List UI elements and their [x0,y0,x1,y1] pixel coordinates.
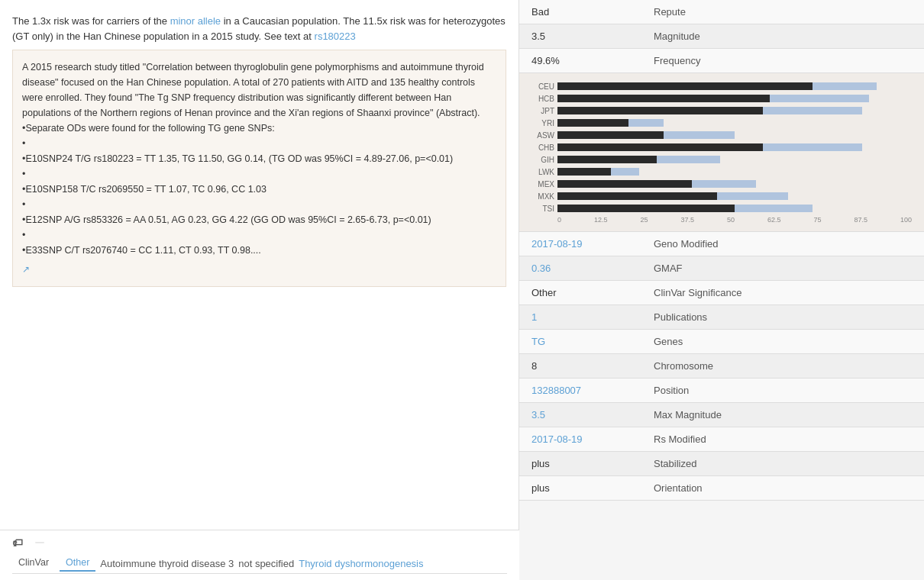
chart-axis: 012.52537.55062.57587.5100 [531,216,912,224]
bottom-section: 🏷 ClinVar Other Autoimmune thyroid disea… [0,530,519,580]
bar-fill-black [557,205,735,212]
info-label: Other [519,281,641,305]
bar-track [557,82,912,90]
table-row: 8Chromosome [519,354,924,379]
bar-track [557,168,912,176]
tab-clinvar[interactable]: ClinVar [12,555,55,572]
pop-label: ASW [531,131,554,140]
pop-label: CHB [531,143,554,152]
axis-label: 12.5 [594,216,608,224]
chart-section: CEU HCB JPT YRI [519,73,924,232]
pop-label: CEU [531,82,554,91]
table-row: plusStabilized [519,452,924,476]
bar-track [557,119,912,127]
more-info-link[interactable]: ↗ [22,263,33,277]
info-value: Genes [641,330,924,354]
info-label: plus [519,452,641,476]
bar-track [557,156,912,163]
bar-row: ASW [531,130,912,140]
main-container: The 1.3x risk was for carriers of the mi… [0,0,924,580]
bar-track [557,192,912,200]
info-label[interactable]: TG [519,330,641,354]
table-row: 3.5Max Magnitude [519,403,924,427]
axis-label: 87.5 [854,216,867,224]
info-label[interactable]: 132888007 [519,379,641,403]
bar-track [557,131,912,139]
info-label[interactable]: 1 [519,305,641,330]
bar-fill-blue [735,205,813,212]
tag-icon: 🏷 [12,536,23,549]
info-value: Orientation [641,476,924,501]
summary-text: A 2015 research study titled "Correlatio… [22,62,484,256]
left-panel: The 1.3x risk was for carriers of the mi… [0,0,519,580]
axis-label: 62.5 [767,216,781,224]
info-label: 49.6% [519,49,641,73]
info-value: Chromosome [641,354,924,379]
tab-content-not-specified: not specified [238,558,294,569]
risk-heading: The 1.3x risk was for carriers of the mi… [12,14,506,44]
bar-track [557,107,912,114]
bar-fill-blue [611,168,639,176]
info-value: Position [641,379,924,403]
info-value: Max Magnitude [641,403,924,427]
info-value: Frequency [641,49,924,73]
bar-fill-blue [628,119,664,127]
info-label[interactable]: 2017-08-19 [519,427,641,452]
bar-fill-black [557,180,692,188]
bar-row: HCB [531,93,912,104]
external-link-icon: ↗ [22,263,30,277]
table-row: TGGenes [519,330,924,354]
info-label[interactable]: 3.5 [519,403,641,427]
pop-label: TSI [531,205,554,213]
bar-row: MEX [531,179,912,189]
bar-fill-black [557,95,770,102]
axis-label: 25 [640,216,648,224]
table-row: 0.36GMAF [519,256,924,281]
bar-fill-black [557,131,664,139]
info-label[interactable]: 0.36 [519,256,641,281]
bar-row: TSI [531,203,912,214]
bar-fill-blue [763,143,862,151]
risk-heading-rest: The 1.3x risk was for carriers of the mi… [12,15,506,42]
bar-fill-black [557,82,813,90]
bar-track [557,95,912,102]
bar-fill-black [557,119,628,127]
table-row: 132888007Position [519,379,924,403]
pop-label: MXK [531,192,554,201]
bar-fill-blue [770,95,869,102]
tab-other[interactable]: Other [60,555,95,572]
table-row: OtherClinVar Significance [519,281,924,305]
pop-label: YRI [531,119,554,127]
bar-row: MXK [531,191,912,201]
bar-fill-black [557,192,717,200]
bar-fill-blue [664,131,735,139]
bar-row: GIH [531,154,912,165]
graves-badge [35,542,44,543]
population-chart: CEU HCB JPT YRI [531,81,912,224]
info-label[interactable]: 2017-08-19 [519,232,641,256]
bar-fill-blue [717,192,788,200]
pop-label: MEX [531,180,554,188]
info-label: plus [519,476,641,501]
bar-fill-black [557,168,611,176]
bar-fill-blue [813,82,877,90]
pop-label: HCB [531,95,554,103]
bar-row: CHB [531,142,912,153]
medical-conditions-header: 🏷 [12,536,507,549]
info-value: Publications [641,305,924,330]
right-panel: BadRepute3.5Magnitude49.6%Frequency CEU … [519,0,924,580]
table-row: 1Publications [519,305,924,330]
info-value: GMAF [641,256,924,281]
bar-row: JPT [531,105,912,116]
info-value: Repute [641,0,924,24]
axis-label: 37.5 [680,216,694,224]
bar-row: YRI [531,118,912,128]
bar-row: LWK [531,166,912,177]
bar-fill-blue [763,107,862,114]
table-row: plusOrientation [519,476,924,501]
axis-label: 50 [727,216,735,224]
pop-label: LWK [531,168,554,176]
info-value: ClinVar Significance [641,281,924,305]
bar-fill-black [557,143,763,151]
tab-content-thyroid[interactable]: Thyroid dyshormonogenesis [299,558,423,569]
